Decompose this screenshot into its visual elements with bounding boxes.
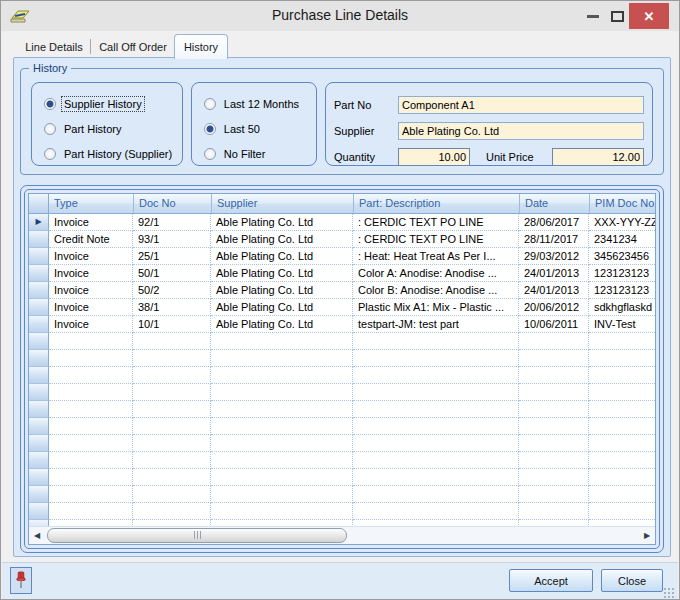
grid-cell[interactable] — [589, 418, 655, 435]
grid-cell[interactable]: 50/1 — [133, 265, 211, 282]
grid-cell[interactable] — [353, 401, 519, 418]
column-header-supplier[interactable]: Supplier — [211, 194, 353, 213]
scrollbar-thumb[interactable] — [47, 528, 347, 543]
grid-cell[interactable] — [133, 367, 211, 384]
table-row[interactable]: Credit Note93/1Able Plating Co. Ltd: CER… — [29, 231, 655, 248]
grid-cell[interactable] — [519, 333, 589, 350]
grid-cell[interactable]: Invoice — [49, 214, 133, 231]
row-selector[interactable] — [29, 435, 49, 452]
empty-row[interactable] — [29, 452, 655, 469]
grid-cell[interactable]: Able Plating Co. Ltd — [211, 282, 353, 299]
grid-cell[interactable] — [49, 452, 133, 469]
grid-cell[interactable] — [589, 435, 655, 452]
grid-cell[interactable] — [211, 452, 353, 469]
grid-cell[interactable] — [49, 418, 133, 435]
grid-cell[interactable] — [133, 452, 211, 469]
grid-cell[interactable] — [353, 486, 519, 503]
grid-cell[interactable] — [589, 350, 655, 367]
table-row[interactable]: Invoice50/2Able Plating Co. LtdColor B: … — [29, 282, 655, 299]
grid-cell[interactable]: 93/1 — [133, 231, 211, 248]
grid-cell[interactable] — [589, 401, 655, 418]
grid-cell[interactable] — [589, 384, 655, 401]
grid-cell[interactable]: Able Plating Co. Ltd — [211, 248, 353, 265]
grid-cell[interactable] — [49, 469, 133, 486]
grid-cell[interactable] — [519, 350, 589, 367]
grid-cell[interactable]: : CERDIC TEXT PO LINE — [353, 214, 519, 231]
horizontal-scrollbar[interactable]: ◀ ▶ — [29, 526, 655, 544]
row-selector[interactable] — [29, 401, 49, 418]
grid-cell[interactable]: 24/01/2013 — [519, 282, 589, 299]
grid-cell[interactable]: Color A: Anodise: Anodise ... — [353, 265, 519, 282]
tab-call-off-order[interactable]: Call Off Order — [94, 35, 172, 58]
table-row[interactable]: ▶Invoice92/1Able Plating Co. Ltd: CERDIC… — [29, 214, 655, 231]
grid-cell[interactable] — [519, 418, 589, 435]
grid-cell[interactable]: INV-Test — [589, 316, 655, 333]
scroll-right-arrow[interactable]: ▶ — [639, 528, 655, 544]
grid-cell[interactable]: 92/1 — [133, 214, 211, 231]
grid-cell[interactable]: testpart-JM: test part — [353, 316, 519, 333]
scrollbar-track[interactable] — [45, 528, 639, 544]
grid-cell[interactable]: Invoice — [49, 265, 133, 282]
empty-row[interactable] — [29, 401, 655, 418]
column-header-type[interactable]: Type — [49, 194, 133, 213]
grid-cell[interactable] — [211, 367, 353, 384]
radio-part-history[interactable]: Part History — [44, 116, 182, 141]
grid-cell[interactable]: 24/01/2013 — [519, 265, 589, 282]
row-selector[interactable] — [29, 299, 49, 316]
grid-cell[interactable] — [211, 486, 353, 503]
grid-cell[interactable]: 123123123 — [589, 282, 655, 299]
row-selector[interactable] — [29, 231, 49, 248]
radio-no-filter[interactable]: No Filter — [204, 141, 316, 166]
grid-cell[interactable] — [49, 333, 133, 350]
part-no-field[interactable]: Component A1 — [398, 96, 644, 114]
close-window-button[interactable]: ✕ — [629, 3, 669, 29]
grid-cell[interactable] — [589, 333, 655, 350]
grid-cell[interactable]: Able Plating Co. Ltd — [211, 316, 353, 333]
row-selector[interactable] — [29, 333, 49, 350]
grid-cell[interactable] — [49, 367, 133, 384]
grid-cell[interactable]: 29/03/2012 — [519, 248, 589, 265]
row-selector[interactable] — [29, 486, 49, 503]
row-selector[interactable] — [29, 282, 49, 299]
grid-cell[interactable] — [133, 333, 211, 350]
radio-last-12-months[interactable]: Last 12 Months — [204, 91, 316, 116]
grid-cell[interactable] — [589, 469, 655, 486]
grid-cell[interactable] — [211, 350, 353, 367]
row-selector[interactable]: ▶ — [29, 214, 49, 231]
table-row[interactable]: Invoice10/1Able Plating Co. Ltdtestpart-… — [29, 316, 655, 333]
tab-history[interactable]: History — [174, 34, 228, 59]
grid-cell[interactable] — [211, 418, 353, 435]
empty-row[interactable] — [29, 333, 655, 350]
grid-cell[interactable] — [519, 486, 589, 503]
grid-cell[interactable]: Credit Note — [49, 231, 133, 248]
grid-cell[interactable]: 345623456 — [589, 248, 655, 265]
scroll-left-arrow[interactable]: ◀ — [29, 528, 45, 544]
empty-row[interactable] — [29, 350, 655, 367]
radio-supplier-history[interactable]: Supplier History — [44, 91, 182, 116]
grid-cell[interactable]: 25/1 — [133, 248, 211, 265]
grid-cell[interactable]: Color B: Anodise: Anodise ... — [353, 282, 519, 299]
grid-cell[interactable] — [353, 503, 519, 520]
grid-cell[interactable] — [353, 452, 519, 469]
grid-cell[interactable]: Invoice — [49, 299, 133, 316]
tab-line-details[interactable]: Line Details — [18, 35, 90, 58]
grid-cell[interactable] — [519, 384, 589, 401]
grid-cell[interactable]: 38/1 — [133, 299, 211, 316]
grid-cell[interactable]: 10/06/2011 — [519, 316, 589, 333]
maximize-button[interactable] — [609, 10, 625, 22]
row-selector[interactable] — [29, 384, 49, 401]
grid-cell[interactable] — [353, 418, 519, 435]
grid-cell[interactable] — [49, 486, 133, 503]
grid-cell[interactable] — [133, 486, 211, 503]
grid-cell[interactable]: XXX-YYY-ZZ — [589, 214, 655, 231]
column-header-pim-doc-no[interactable]: PIM Doc No — [589, 194, 656, 213]
grid-cell[interactable] — [519, 503, 589, 520]
grid-cell[interactable] — [353, 367, 519, 384]
grid-cell[interactable]: Invoice — [49, 282, 133, 299]
quantity-field[interactable]: 10.00 — [398, 148, 470, 166]
column-header-doc-no[interactable]: Doc No — [133, 194, 211, 213]
table-row[interactable]: Invoice25/1Able Plating Co. Ltd: Heat: H… — [29, 248, 655, 265]
minimize-button[interactable] — [585, 14, 601, 18]
pin-button[interactable] — [10, 567, 32, 594]
column-header-date[interactable]: Date — [519, 194, 589, 213]
